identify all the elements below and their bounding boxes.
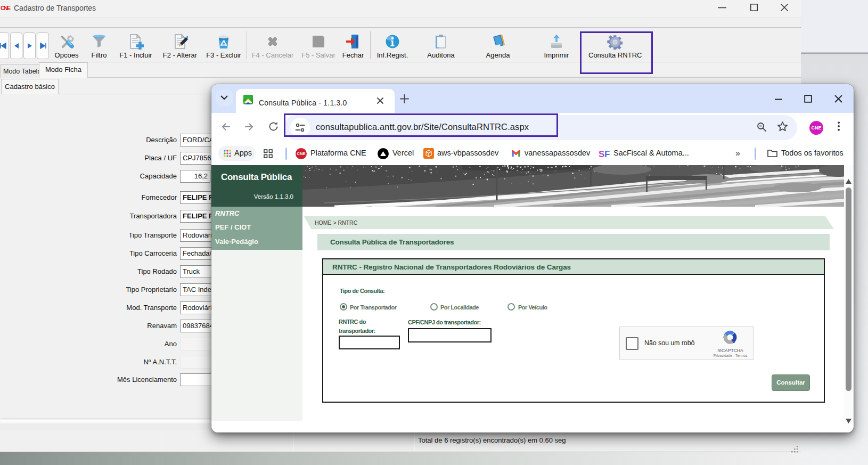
svg-text:S: S bbox=[599, 149, 604, 159]
svg-text:HOME > RNTRC: HOME > RNTRC bbox=[315, 219, 358, 226]
svg-text:CNE: CNE bbox=[1, 5, 11, 11]
svg-text:F: F bbox=[604, 149, 610, 159]
